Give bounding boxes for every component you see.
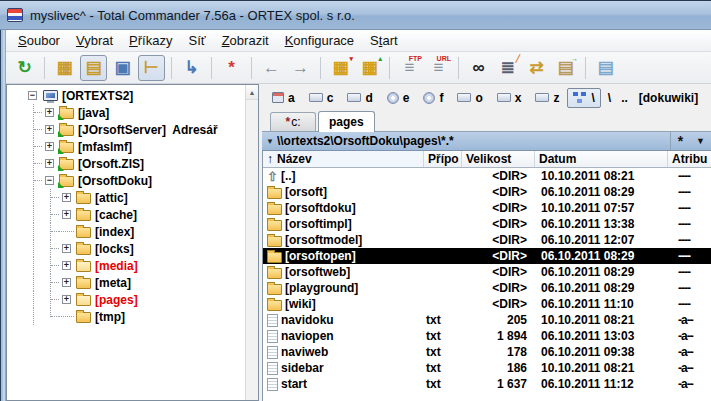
menu-start[interactable]: Start (362, 31, 406, 50)
multi-rename-button[interactable]: ≣╱ (494, 55, 521, 81)
tab-pages[interactable]: pages (318, 111, 375, 132)
expand-icon[interactable]: + (62, 210, 71, 219)
app-icon[interactable] (7, 8, 23, 22)
drive-d-button[interactable]: d (341, 88, 378, 108)
search-button[interactable]: ∞ (465, 55, 492, 81)
expand-icon[interactable]: + (62, 278, 71, 287)
file-row[interactable]: naviopentxt1 89406.10.2011 13:03-a-- (263, 328, 711, 344)
forward-button[interactable]: → (287, 55, 314, 81)
tree-item[interactable]: +[meta] (7, 274, 245, 291)
drive-x-button[interactable]: x (491, 88, 528, 108)
column-headers: ↑ Název Přípo Velikost Datum Atribu (263, 151, 711, 168)
full-view-button[interactable]: ▤ (80, 55, 107, 81)
tree-item[interactable]: +[cache] (7, 206, 245, 223)
drive-c-button[interactable]: c (303, 88, 340, 108)
drive-e-button[interactable]: e (381, 88, 416, 108)
file-row[interactable]: [orsoft]<DIR>06.10.2011 08:29---- (263, 184, 711, 200)
notepad-button[interactable]: ▤ (592, 55, 619, 81)
file-name-label: [orsoftweb] (285, 265, 350, 279)
tree-guide: + (59, 189, 76, 206)
header-ext[interactable]: Přípo (424, 151, 462, 167)
file-row[interactable]: sidebartxt18610.10.2011 08:21-a-- (263, 360, 711, 376)
drive-bar: acdefoxz\\..[dokuwiki] (262, 84, 711, 111)
file-ext (424, 296, 462, 312)
expand-icon[interactable]: + (62, 193, 71, 202)
file-date: 06.10.2011 08:29 (535, 184, 668, 200)
header-size[interactable]: Velikost (462, 151, 535, 167)
tree-item[interactable]: +[attic] (7, 189, 245, 206)
file-row[interactable]: [orsoftdoku]<DIR>10.10.2011 07:57---- (263, 200, 711, 216)
thumbnails-view-button[interactable]: ▣ (109, 55, 136, 81)
favorites-button[interactable]: * (671, 136, 690, 146)
expand-icon[interactable]: + (45, 125, 54, 134)
tree-item[interactable]: +[Orsoft.ZIS] (7, 155, 245, 172)
tree-item[interactable]: +[JOrsoftServer] Adresář (7, 121, 245, 138)
tree-scrollbar[interactable]: ▲ (245, 85, 258, 400)
file-row[interactable]: ⇧[..]<DIR>10.10.2011 08:21---- (263, 168, 711, 184)
expand-icon[interactable]: + (45, 142, 54, 151)
brief-view-button[interactable]: ▦ (51, 55, 78, 81)
file-row[interactable]: [playground]<DIR>06.10.2011 08:29---- (263, 280, 711, 296)
tree-view-button[interactable]: ⊢ (138, 55, 165, 81)
tree-item-label: [ORTEXTS2] (62, 89, 133, 103)
file-row[interactable]: [orsoftopen]<DIR>06.10.2011 08:29---- (263, 248, 711, 264)
menu-vybrat[interactable]: Vybrat (68, 31, 121, 50)
tree-item[interactable]: [index] (7, 223, 245, 240)
menu-soubor[interactable]: Soubor (10, 31, 68, 50)
expand-icon[interactable]: + (62, 295, 71, 304)
root-dir-button[interactable]: \ (603, 89, 616, 107)
menu-prikazy[interactable]: Příkazy (121, 31, 180, 50)
file-row[interactable]: navidokutxt20510.10.2011 08:21-a-- (263, 312, 711, 328)
tree-item[interactable]: +[locks] (7, 240, 245, 257)
scroll-up-button[interactable]: ▲ (246, 85, 258, 100)
drive-o-button[interactable]: o (451, 88, 488, 108)
file-row[interactable]: starttxt1 63706.10.2011 11:12-a-- (263, 376, 711, 392)
expand-icon[interactable]: + (62, 244, 71, 253)
drive-f-button[interactable]: f (417, 88, 449, 108)
copy-clipboard-button[interactable]: ▤→ (552, 55, 579, 81)
history-dropdown-button[interactable]: ▼ (690, 136, 711, 146)
drive-z-button[interactable]: z (529, 88, 565, 108)
parent-dir-button[interactable]: .. (616, 89, 633, 107)
expand-icon[interactable]: + (62, 261, 71, 270)
collapse-icon[interactable]: − (45, 176, 54, 185)
ftp-connect-button[interactable]: ≡FTP (396, 55, 423, 81)
file-row[interactable]: [wiki]<DIR>06.10.2011 11:10---- (263, 296, 711, 312)
tree-item[interactable]: +[pages] (7, 291, 245, 308)
tab-c[interactable]: *c: (270, 112, 316, 131)
pack-files-button[interactable]: ▦▾ (327, 55, 354, 81)
tree-item[interactable]: +[java] (7, 104, 245, 121)
menu-sit[interactable]: Síť (180, 31, 213, 50)
tree-item[interactable]: [tmp] (7, 308, 245, 325)
back-button[interactable]: ← (258, 55, 285, 81)
unpack-files-button[interactable]: ▦▴ (356, 55, 383, 81)
file-attr: -a-- (668, 312, 711, 328)
scrollbar-track[interactable] (246, 100, 258, 400)
ftp-url-button[interactable]: ≡URL (425, 55, 452, 81)
menu-zobrazit[interactable]: Zobrazit (214, 31, 277, 50)
header-attr[interactable]: Atribu (668, 151, 711, 167)
file-row[interactable]: [orsoftweb]<DIR>06.10.2011 08:29---- (263, 264, 711, 280)
file-row[interactable]: naviwebtxt17806.10.2011 09:38-a-- (263, 344, 711, 360)
network-drive-button[interactable]: \ (567, 88, 600, 108)
header-date[interactable]: Datum (535, 151, 668, 167)
expand-icon[interactable]: + (45, 159, 54, 168)
path-bar[interactable]: ▼ \\ortexts2\OrsoftDoku\pages\*.* * ▼ (262, 132, 711, 151)
show-all-files-button[interactable]: * (218, 55, 245, 81)
file-row[interactable]: [orsoftimpl]<DIR>06.10.2011 13:38---- (263, 216, 711, 232)
collapse-icon[interactable]: − (28, 91, 37, 100)
expand-icon[interactable]: + (45, 108, 54, 117)
header-name[interactable]: ↑ Název (263, 151, 424, 167)
file-row[interactable]: [orsoftmodel]<DIR>06.10.2011 12:07---- (263, 232, 711, 248)
tree-item[interactable]: +[mfaslmf] (7, 138, 245, 155)
drive-a-button[interactable]: a (266, 88, 301, 108)
file-attr: ---- (668, 184, 711, 200)
refresh-button[interactable]: ↻ (11, 55, 38, 81)
tree-item[interactable]: +[media] (7, 257, 245, 274)
sync-dirs-button[interactable]: ⇄ (523, 55, 550, 81)
branch-view-button[interactable]: ↳ (178, 55, 205, 81)
tree-item[interactable]: −[OrsoftDoku] (7, 172, 245, 189)
tree-item[interactable]: −[ORTEXTS2] (7, 87, 245, 104)
tree-guide (42, 308, 59, 325)
menu-konfigurace[interactable]: Konfigurace (277, 31, 362, 50)
